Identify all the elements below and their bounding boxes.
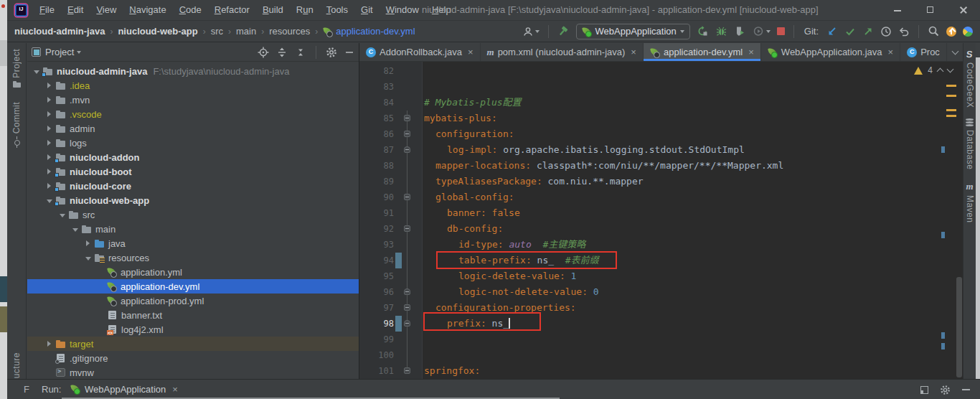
tree-item-niucloud-core[interactable]: niucloud-core [27,179,359,193]
menu-run[interactable]: Run [290,0,320,20]
tree-item-niucloud-addon[interactable]: niucloud-addon [27,150,359,164]
code-line[interactable]: 92db-config: [359,221,963,237]
breadcrumb-item[interactable]: resources [268,26,311,37]
tree-item-resources[interactable]: resources [27,250,359,265]
warning-stripe-mark[interactable] [946,115,956,117]
fold-marker[interactable] [402,284,415,300]
tool-window-codegeex[interactable]: S CodeGeeX [963,49,976,108]
breadcrumb-item[interactable]: main [235,26,257,37]
stop-button[interactable] [777,27,785,35]
locate-file-icon[interactable] [258,47,269,58]
plugin-update-button[interactable] [946,27,956,37]
tree-item-target[interactable]: target [27,337,359,351]
profiler-button[interactable] [753,25,771,37]
hide-run-panel-icon[interactable] [962,389,970,390]
code-line[interactable]: 99 [359,332,963,347]
chevron-right-icon[interactable] [82,240,94,246]
fold-marker[interactable] [402,126,415,142]
tree-item-admin[interactable]: admin [27,121,359,136]
tree-item--idea[interactable]: .idea [27,78,359,93]
tool-window-project[interactable]: Project [7,49,26,88]
tree-item-mvnw[interactable]: mvnw [27,365,359,379]
fold-marker[interactable] [402,221,415,237]
fold-marker[interactable] [402,142,415,158]
code-line[interactable]: 97configuration-properties: [359,300,963,316]
tree-item-logs[interactable]: logs [27,136,359,150]
tree-item-application-dev-yml[interactable]: application-dev.yml [27,279,359,294]
tree-item-application-yml[interactable]: application.yml [27,265,359,279]
breadcrumb-item[interactable]: niucloud-web-app [117,26,198,37]
breadcrumb-item[interactable]: application-dev.yml [322,26,415,37]
tree-item-banner-txt[interactable]: banner.txt [27,308,359,322]
menu-file[interactable]: File [33,0,61,20]
code-line[interactable]: 82 [359,63,963,79]
editor-tab[interactable]: AddonRollback.java× [359,43,481,61]
warning-stripe-mark[interactable] [946,95,956,97]
menu-tools[interactable]: Tools [320,0,354,20]
settings-gear-icon[interactable] [326,47,337,58]
editor-tab[interactable]: application-dev.yml× [644,43,761,61]
close-button[interactable] [947,0,980,20]
history-button[interactable] [880,26,892,37]
tree-item-java[interactable]: java [27,236,359,250]
rollback-button[interactable] [898,26,910,37]
code-line[interactable]: 94table-prefix: ns_ #表前缀 [359,253,963,268]
tab-close-icon[interactable]: × [748,47,754,57]
tool-window-maven[interactable]: m Maven [963,181,976,223]
tool-window-commit[interactable]: Commit [7,102,26,148]
run-tab[interactable]: WebAppApplication × [70,380,178,398]
code-line[interactable]: 89typeAliasesPackage: com.niu.**.mapper [359,174,963,189]
fold-marker[interactable] [402,316,415,332]
maximize-button[interactable] [914,0,947,20]
tree-item-log4j2-xml[interactable]: <>log4j2.xml [27,322,359,337]
chevron-right-icon[interactable] [43,183,55,189]
chevron-right-icon[interactable] [43,97,55,103]
fold-marker[interactable] [402,300,415,316]
editor-area[interactable]: AddonRollback.java×mpom.xml (niucloud-ad… [359,43,963,379]
code-line[interactable]: 88mapper-locations: classpath*:com/niu/*… [359,158,963,174]
code-line[interactable]: 93id-type: auto #主键策略 [359,237,963,253]
chevron-right-icon[interactable] [43,83,55,88]
layout-settings-icon[interactable] [920,386,928,394]
chevron-right-icon[interactable] [43,341,55,347]
expand-all-icon[interactable] [276,47,288,58]
ai-assistant-button[interactable] [963,27,973,37]
next-problem-icon[interactable] [947,66,954,73]
code-line[interactable]: 83 [359,79,963,95]
chevron-down-icon[interactable] [56,212,68,217]
code-line[interactable]: 85mybatis-plus: [359,111,963,126]
warning-stripe-mark[interactable] [946,109,956,111]
menu-window[interactable]: Window [380,0,425,20]
code-line[interactable]: 95logic-delete-value: 1 [359,268,963,284]
user-account-button[interactable] [522,26,540,37]
git-commit-button[interactable] [844,26,856,37]
tree-item-src[interactable]: src [27,207,359,222]
change-stripe-mark[interactable] [941,146,945,153]
chevron-right-icon[interactable] [43,154,55,160]
chevron-right-icon[interactable] [43,111,55,117]
chevron-down-icon[interactable] [43,198,55,203]
change-stripe-mark[interactable] [941,232,945,238]
tab-close-icon[interactable]: × [631,47,636,57]
editor-tab[interactable]: mpom.xml (niucloud-admin-java)× [481,43,644,61]
tool-window-database[interactable]: Database [963,118,976,169]
code-line[interactable]: 96logic-not-delete-value: 0 [359,284,963,300]
breadcrumb-item[interactable]: src [210,26,224,37]
run-tab-close-icon[interactable]: × [172,384,178,395]
hidden-tabs-button[interactable] [947,43,963,61]
tab-close-icon[interactable]: × [468,47,473,57]
warning-stripe-mark[interactable] [946,85,956,87]
change-stripe-mark[interactable] [941,332,945,339]
editor-scrollbar[interactable] [956,277,962,377]
tree-item--mvn[interactable]: .mvn [27,93,359,107]
chevron-right-icon[interactable] [43,140,55,146]
search-everywhere-button[interactable] [928,25,940,37]
tree-item-main[interactable]: main [27,222,359,236]
debug-button[interactable] [715,25,727,37]
menu-refactor[interactable]: Refactor [208,0,256,20]
editor-tab[interactable]: Proc [900,43,947,61]
menu-edit[interactable]: Edit [61,0,90,20]
chevron-down-icon[interactable] [82,255,94,260]
code-line[interactable]: 91banner: false [359,205,963,221]
run-configuration-select[interactable]: WebAppApplication [576,24,690,39]
